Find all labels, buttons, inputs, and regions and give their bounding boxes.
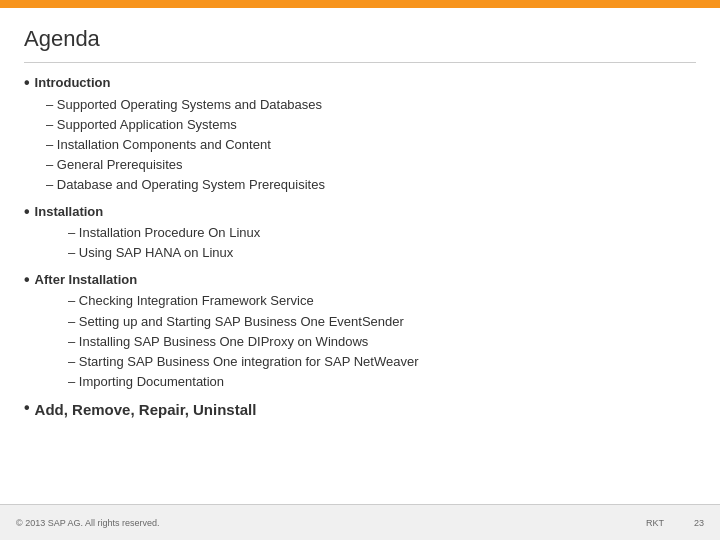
bullet-dot: • — [24, 398, 30, 419]
bullet-item-installation: • Installation — [24, 202, 696, 223]
sub-item: – Installation Components and Content — [24, 135, 696, 155]
sub-item: – Checking Integration Framework Service — [24, 291, 696, 311]
bullet-item-introduction: • Introduction — [24, 73, 696, 94]
footer-page: 23 — [694, 518, 704, 528]
footer-code: RKT — [646, 518, 664, 528]
bullet-item-add-remove: • Add, Remove, Repair, Uninstall — [24, 398, 696, 421]
bullet-dot: • — [24, 202, 30, 223]
sub-item: – Importing Documentation — [24, 372, 696, 392]
section-label-introduction: Introduction — [35, 73, 111, 93]
sub-item: – Using SAP HANA on Linux — [24, 243, 696, 263]
bullet-dot: • — [24, 270, 30, 291]
top-bar — [0, 0, 720, 8]
section-label-add-remove: Add, Remove, Repair, Uninstall — [35, 398, 257, 421]
sub-item: – Installation Procedure On Linux — [24, 223, 696, 243]
slide-container: Agenda • Introduction – Supported Operat… — [0, 8, 720, 504]
sub-item: – General Prerequisites — [24, 155, 696, 175]
title-divider — [24, 62, 696, 63]
section-label-installation: Installation — [35, 202, 104, 222]
sub-item: – Supported Application Systems — [24, 115, 696, 135]
footer-copyright: © 2013 SAP AG. All rights reserved. — [16, 518, 646, 528]
sub-item: – Installing SAP Business One DIProxy on… — [24, 332, 696, 352]
section-label-after-installation: After Installation — [35, 270, 138, 290]
page-title: Agenda — [24, 26, 696, 52]
footer: © 2013 SAP AG. All rights reserved. RKT … — [0, 504, 720, 540]
sub-item: – Setting up and Starting SAP Business O… — [24, 312, 696, 332]
sub-item: – Supported Operating Systems and Databa… — [24, 95, 696, 115]
agenda-list: • Introduction – Supported Operating Sys… — [24, 73, 696, 421]
sub-item: – Starting SAP Business One integration … — [24, 352, 696, 372]
bullet-item-after-installation: • After Installation — [24, 270, 696, 291]
sub-item: – Database and Operating System Prerequi… — [24, 175, 696, 195]
bullet-dot: • — [24, 73, 30, 94]
